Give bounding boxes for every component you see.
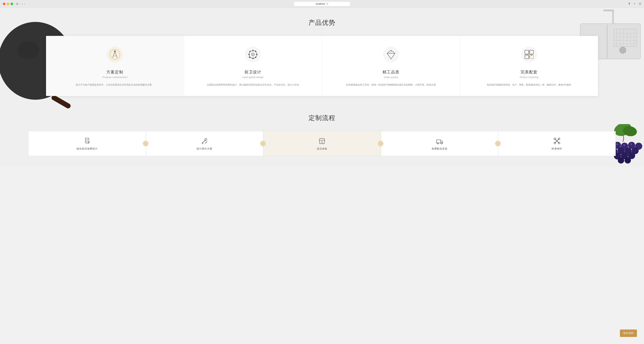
forward-icon[interactable]: › <box>24 2 25 5</box>
svg-line-56 <box>387 50 391 53</box>
svg-rect-62 <box>530 50 533 54</box>
svg-point-75 <box>205 138 207 141</box>
svg-rect-48 <box>248 54 250 55</box>
new-tab-icon[interactable]: ＋ <box>633 2 636 6</box>
step3-arrow: › <box>378 141 384 146</box>
svg-point-43 <box>114 51 116 52</box>
card3-desc: 自有精密钣金加工车间，把每一块优质不锈钢材都当做艺术品雕琢，大师手笔，终成大器 <box>346 83 436 87</box>
service-icon <box>553 137 561 145</box>
card3-title-zh: 精工品质 <box>382 69 400 75</box>
puzzle-icon <box>524 49 535 60</box>
card-icon-area-1 <box>105 45 124 64</box>
card-icon-area-3 <box>381 45 401 64</box>
step5-icon-area <box>553 137 561 145</box>
process-step-1: 报名电话免费设计 › <box>28 131 146 156</box>
step3-label: 进店体验 <box>317 147 327 151</box>
card3-title-en: Seiko quality <box>384 76 398 78</box>
step4-icon-area <box>435 137 444 145</box>
svg-point-66 <box>526 54 528 55</box>
product-advantages-section: 产品优势 方案定制 <box>0 8 644 103</box>
process-step-5: 终身维护 <box>498 131 616 156</box>
gear-design-icon <box>247 49 259 60</box>
step2-label: 设计师出方案 <box>196 147 212 151</box>
nav-buttons: ‹ › <box>22 2 25 5</box>
store-icon <box>318 137 326 145</box>
process-cards-container: 报名电话免费设计 › 设计师出方案 › <box>28 131 616 156</box>
section2-title: 定制流程 <box>0 114 644 122</box>
svg-rect-79 <box>321 142 323 144</box>
url-text: localhost <box>316 2 325 5</box>
card1-desc: 致力于为每户家庭提供科学、人性化的家居生活环境及专业的厨房解决方案。 <box>76 83 154 87</box>
svg-rect-50 <box>249 51 251 52</box>
svg-rect-77 <box>320 140 324 144</box>
card4-title-en: Perfect matching <box>520 76 538 78</box>
process-step-4: 免费配送安装 › <box>381 131 498 156</box>
card-icon-area-4 <box>520 45 539 64</box>
svg-rect-61 <box>525 50 529 54</box>
page-content: 产品优势 方案定制 <box>0 8 644 167</box>
card1-title-zh: 方案定制 <box>106 69 124 75</box>
sidebar-toggle-icon[interactable]: ⊞ <box>16 2 18 5</box>
svg-rect-80 <box>436 140 440 143</box>
refresh-icon[interactable]: ↻ <box>326 2 328 5</box>
svg-rect-51 <box>255 50 256 52</box>
tools-icon <box>200 137 208 145</box>
share-icon[interactable]: ⬆ <box>628 2 630 6</box>
svg-rect-49 <box>256 54 258 55</box>
step1-arrow: › <box>143 141 148 146</box>
step4-label: 免费配送安装 <box>432 147 448 151</box>
step2-icon-area <box>200 137 209 145</box>
address-bar[interactable]: localhost ↻ <box>294 1 350 6</box>
card4-title-zh: 完美配套 <box>520 69 538 75</box>
pencil-icon <box>83 137 91 145</box>
svg-rect-52 <box>249 56 250 58</box>
svg-point-45 <box>252 53 254 56</box>
back-icon[interactable]: ‹ <box>22 2 23 5</box>
compass-icon <box>109 49 120 60</box>
card2-title-en: avant-garde design <box>242 76 264 78</box>
step1-icon-area <box>83 137 91 145</box>
svg-line-42 <box>115 51 117 58</box>
back-to-top-button[interactable]: 返回顶部 <box>620 330 637 337</box>
browser-chrome: ⊞ | ‹ › localhost ↻ ⬆ ＋ ⊡ <box>0 0 644 8</box>
svg-line-57 <box>391 50 395 53</box>
close-button[interactable] <box>3 3 5 5</box>
browser-actions: ⬆ ＋ ⊡ <box>628 2 641 6</box>
svg-line-41 <box>113 51 115 58</box>
window-controls[interactable] <box>3 3 13 5</box>
step2-arrow: › <box>260 141 266 146</box>
feature-cards-container: 方案定制 Program customization 致力于为每户家庭提供科学、… <box>46 36 598 96</box>
step5-label: 终身维护 <box>552 147 562 151</box>
svg-rect-47 <box>252 58 254 59</box>
card2-title-zh: 前卫设计 <box>244 69 262 75</box>
card1-title-en: Program customization <box>102 76 128 78</box>
card4-desc: 集高端不锈钢厨具研发、生产、销售、配套服务四位一体，橱柜以外，奢想VIP服务 <box>487 83 571 87</box>
svg-rect-46 <box>252 50 254 51</box>
minimize-button[interactable] <box>7 3 9 5</box>
step1-label: 报名电话免费设计 <box>76 147 98 151</box>
delivery-icon <box>436 137 444 145</box>
card2-desc: 以国际化的视野和优秀的设计、用心服务的理念创造生活艺术化、产品生活化、设计人性化 <box>207 83 299 87</box>
svg-line-76 <box>205 142 207 143</box>
step3-icon-area <box>318 137 326 145</box>
card-matching: 完美配套 Perfect matching 集高端不锈钢厨具研发、生产、销售、配… <box>460 36 598 96</box>
step4-arrow: › <box>495 141 501 146</box>
process-step-2: 设计师出方案 › <box>146 131 264 156</box>
process-step-3: 进店体验 › <box>263 131 381 156</box>
section1-title: 产品优势 <box>0 18 644 27</box>
split-view-icon[interactable]: ⊡ <box>639 2 641 6</box>
card-icon-area-2 <box>243 45 263 64</box>
svg-point-65 <box>528 51 530 53</box>
card-design: 前卫设计 avant-garde design 以国际化的视野和优秀的设计、用心… <box>184 36 322 96</box>
fullscreen-button[interactable] <box>10 3 13 5</box>
card-customization: 方案定制 Program customization 致力于为每户家庭提供科学、… <box>46 36 184 96</box>
diamond-icon <box>385 49 397 60</box>
card-quality: 精工品质 Seiko quality 自有精密钣金加工车间，把每一块优质不锈钢材… <box>322 36 460 96</box>
process-section: 定制流程 报名电话免费设计 › <box>0 103 644 160</box>
